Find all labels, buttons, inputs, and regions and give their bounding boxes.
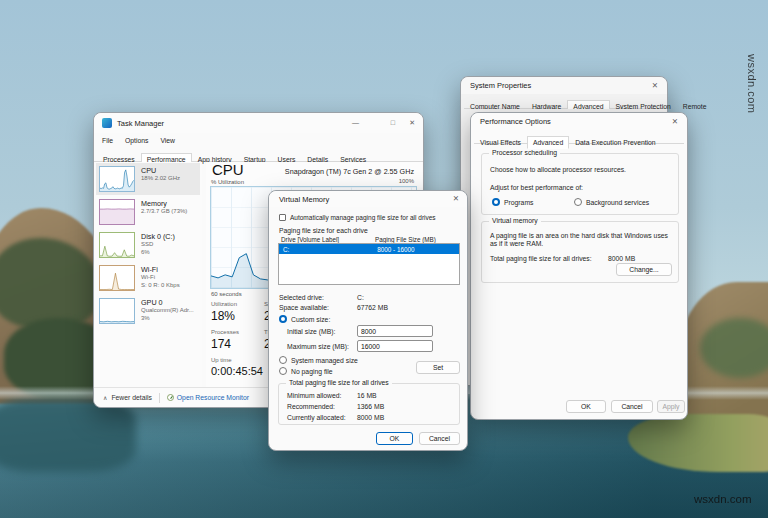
custom-size-label[interactable]: Custom size: — [291, 316, 330, 324]
recommended-value: 1366 MB — [357, 403, 384, 411]
fewer-details-button[interactable]: ∧ Fewer details — [103, 394, 152, 401]
sidebar-label: Wi-Fi — [141, 265, 158, 274]
performance-options-titlebar[interactable]: Performance Options — [471, 113, 687, 130]
change-button[interactable]: Change... — [616, 263, 672, 276]
tab-advanced[interactable]: Advanced — [527, 136, 569, 150]
processor-scheduling-group: Processor scheduling Choose how to alloc… — [481, 153, 679, 215]
disk-thumb-graph — [99, 232, 135, 258]
system-managed-radio[interactable] — [279, 356, 287, 364]
sidebar-item-cpu[interactable]: CPU 18% 2.02 GHz — [96, 163, 200, 195]
close-icon[interactable]: ✕ — [652, 82, 658, 90]
apply-button[interactable]: Apply — [657, 400, 685, 413]
cpu-thumb-graph — [99, 166, 135, 192]
system-properties-tabs: Computer NameHardwareAdvancedSystem Prot… — [464, 94, 664, 109]
background-services-radio[interactable] — [574, 198, 582, 206]
window-title: Performance Options — [480, 117, 551, 126]
recommended-label: Recommended: — [287, 403, 335, 411]
custom-size-radio[interactable] — [279, 315, 287, 323]
tab-visual-effects[interactable]: Visual Effects — [474, 136, 527, 150]
window-title: System Properties — [470, 81, 531, 90]
no-paging-label[interactable]: No paging file — [291, 368, 333, 376]
maximum-size-label: Maximum size (MB): — [287, 343, 349, 351]
watermark-vertical: wsxdn.com — [746, 54, 758, 114]
currently-allocated-label: Currently allocated: — [287, 414, 346, 422]
minimum-allowed-value: 16 MB — [357, 392, 377, 400]
drive-listbox[interactable]: C: 8000 - 16000 — [278, 243, 460, 285]
sidebar-label: Disk 0 (C:) — [141, 232, 175, 241]
stat-label: Utilization — [211, 301, 237, 307]
menu-options[interactable]: Options — [119, 137, 154, 144]
sidebar-item-memory[interactable]: Memory 2.7/3.7 GB (73%) — [96, 196, 200, 228]
vm-description: A paging file is an area on the hard dis… — [490, 232, 668, 249]
auto-manage-label[interactable]: Automatically manage paging file size fo… — [290, 214, 436, 222]
programs-radio[interactable] — [492, 198, 500, 206]
watermark-horizontal: wsxdn.com — [694, 493, 752, 505]
group-label: Total paging file size for all drives — [286, 380, 392, 387]
auto-manage-checkbox[interactable] — [279, 214, 286, 221]
virtual-memory-dialog: Virtual Memory ✕ Automatically manage pa… — [268, 190, 468, 451]
sidebar-sublabel: SSD 6% — [141, 241, 153, 257]
initial-size-input[interactable] — [357, 325, 433, 337]
programs-radio-label[interactable]: Programs — [504, 199, 533, 207]
task-manager-titlebar[interactable]: Task Manager — [94, 113, 423, 133]
paging-list-label: Paging file size for each drive — [279, 227, 368, 235]
cliff-reflection — [0, 398, 136, 472]
close-icon[interactable]: ✕ — [453, 195, 459, 203]
drive-row-selected[interactable]: C: 8000 - 16000 — [279, 244, 459, 254]
selected-drive-label: Selected drive: — [279, 294, 324, 302]
virtual-memory-titlebar[interactable]: Virtual Memory — [269, 191, 467, 207]
cpu-model: Snapdragon (TM) 7c Gen 2 @ 2.55 GHz — [285, 167, 414, 176]
close-icon[interactable]: ✕ — [672, 118, 678, 126]
uptime-value: 0:00:45:54 — [211, 365, 263, 377]
size-cell: 8000 - 16000 — [377, 246, 414, 253]
sidebar-item-disk[interactable]: Disk 0 (C:) SSD 6% — [96, 229, 200, 261]
stat-value-processes: 174 — [211, 337, 231, 351]
sidebar-sublabel: Wi-Fi S: 0 R: 0 Kbps — [141, 274, 180, 290]
maximize-icon[interactable]: □ — [391, 119, 395, 126]
set-button[interactable]: Set — [416, 361, 460, 374]
axis-utilization-label: % Utilization — [211, 179, 244, 185]
cancel-button[interactable]: Cancel — [611, 400, 653, 413]
background-services-label[interactable]: Background services — [586, 199, 649, 207]
memory-thumb-graph — [99, 199, 135, 225]
axis-60s-label: 60 seconds — [211, 291, 242, 297]
ok-button[interactable]: OK — [376, 432, 413, 445]
minimize-icon[interactable]: — — [352, 119, 359, 126]
performance-options-dialog: Performance Options ✕ Visual EffectsAdva… — [470, 112, 688, 420]
vm-total-label: Total paging file size for all drives: — [490, 255, 592, 263]
wifi-thumb-graph — [99, 265, 135, 291]
system-managed-label[interactable]: System managed size — [291, 357, 358, 365]
group-label: Processor scheduling — [489, 150, 560, 157]
performance-options-tabs: Visual EffectsAdvancedData Execution Pre… — [474, 130, 684, 144]
desktop: System Properties ✕ Computer NameHardwar… — [0, 0, 768, 518]
menu-view[interactable]: View — [154, 137, 181, 144]
total-paging-group: Total paging file size for all drives Mi… — [278, 383, 460, 425]
no-paging-radio[interactable] — [279, 367, 287, 375]
system-properties-titlebar[interactable]: System Properties — [461, 77, 667, 94]
open-resource-monitor-link[interactable]: Open Resource Monitor — [167, 394, 249, 401]
menu-file[interactable]: File — [96, 137, 119, 144]
sched-description: Choose how to allocate processor resourc… — [490, 166, 626, 174]
uptime-label: Up time — [211, 357, 232, 363]
drive-cell: C: — [283, 246, 289, 253]
performance-sidebar: CPU 18% 2.02 GHz Memory 2.7/3.7 GB (73%)… — [94, 162, 202, 387]
pane-title: CPU — [212, 161, 244, 178]
initial-size-label: Initial size (MB): — [287, 328, 335, 336]
task-manager-tabstrip: ProcessesPerformanceApp historyStartupUs… — [94, 147, 423, 162]
task-manager-icon — [102, 118, 112, 128]
cancel-button[interactable]: Cancel — [419, 432, 460, 445]
tab-remote[interactable]: Remote — [677, 100, 713, 114]
sidebar-item-gpu[interactable]: GPU 0 Qualcomm(R) Adr... 3% — [96, 295, 200, 327]
tab-dep[interactable]: Data Execution Prevention — [569, 136, 661, 150]
sidebar-sublabel: 18% 2.02 GHz — [141, 175, 180, 183]
ok-button[interactable]: OK — [566, 400, 606, 413]
close-icon[interactable]: ✕ — [409, 119, 415, 126]
adjust-label: Adjust for best performance of: — [490, 184, 583, 192]
sidebar-item-wifi[interactable]: Wi-Fi Wi-Fi S: 0 R: 0 Kbps — [96, 262, 200, 294]
virtual-memory-group: Virtual memory A paging file is an area … — [481, 221, 679, 283]
window-title: Task Manager — [117, 119, 164, 128]
fewer-details-label: Fewer details — [111, 394, 151, 401]
stat-value-utilization: 18% — [211, 309, 235, 323]
maximum-size-input[interactable] — [357, 340, 433, 352]
stat-label: Processes — [211, 329, 239, 335]
